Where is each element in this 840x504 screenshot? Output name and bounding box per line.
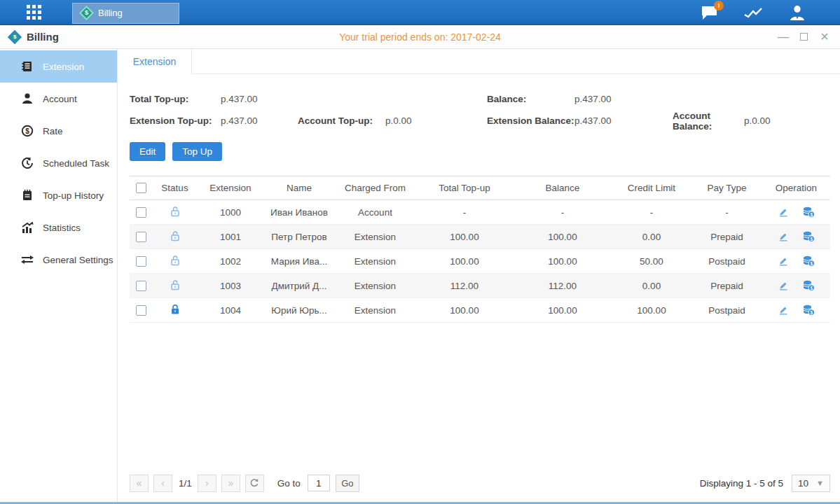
prev-page-button[interactable]: ‹ <box>153 475 172 492</box>
dollar-circle-icon: $ <box>21 125 34 137</box>
last-page-button[interactable]: » <box>221 475 240 492</box>
extension-topup-value: p.437.00 <box>221 115 298 126</box>
cell-pay-type: Prepaid <box>691 225 762 249</box>
analytics-chart-icon[interactable] <box>743 6 763 20</box>
sidebar-item-scheduled-task[interactable]: Scheduled Task <box>0 147 117 179</box>
cell-name: Дмитрий Д... <box>263 274 335 298</box>
sidebar-item-label: Top-up History <box>43 190 104 201</box>
row-checkbox[interactable] <box>136 207 146 218</box>
billing-diamond-icon: $ <box>79 6 94 20</box>
cell-credit-limit: 50.00 <box>612 249 691 274</box>
edit-row-icon[interactable] <box>778 231 789 242</box>
goto-label: Go to <box>277 478 301 489</box>
refresh-icon[interactable] <box>245 475 264 492</box>
edit-row-icon[interactable] <box>778 280 789 291</box>
unlock-icon <box>170 209 181 219</box>
sidebar-item-rate[interactable]: $ Rate <box>0 115 117 147</box>
sidebar-item-label: Scheduled Task <box>43 158 109 169</box>
goto-page-input[interactable] <box>308 475 330 491</box>
notepad-icon <box>21 189 34 202</box>
window-title-bar: $ Billing Your trial period ends on: 201… <box>0 25 840 49</box>
go-button[interactable]: Go <box>336 475 359 492</box>
sidebar-item-topup-history[interactable]: Top-up History <box>0 179 117 211</box>
notification-badge: ! <box>714 1 724 10</box>
svg-text:$: $ <box>811 310 813 316</box>
balance-label: Balance: <box>487 94 574 104</box>
sidebar-item-general-settings[interactable]: General Settings <box>0 244 117 276</box>
cell-name: Петр Петров <box>263 225 335 249</box>
top-up-row-icon[interactable]: $ <box>802 304 815 316</box>
col-name: Name <box>263 176 335 200</box>
edit-button[interactable]: Edit <box>130 142 165 161</box>
edit-row-icon[interactable] <box>778 304 789 316</box>
svg-text:$: $ <box>811 261 813 267</box>
col-status: Status <box>152 176 198 200</box>
extension-topup-label: Extension Top-up: <box>130 115 221 126</box>
top-up-row-icon[interactable]: $ <box>802 280 815 291</box>
page-indicator: 1/1 <box>179 478 192 489</box>
row-checkbox[interactable] <box>136 305 146 316</box>
window-controls: — ✕ <box>778 31 830 43</box>
sidebar-item-statistics[interactable]: Statistics <box>0 211 117 244</box>
col-extension: Extension <box>198 176 263 200</box>
app-window: $ Billing ! <box>0 0 840 504</box>
topbar-tab-billing[interactable]: $ Billing <box>72 3 179 24</box>
cell-charged-from: Extension <box>335 298 415 323</box>
top-up-row-icon[interactable]: $ <box>802 206 815 218</box>
window-title: Billing <box>27 31 59 43</box>
total-topup-value: p.437.00 <box>221 94 258 104</box>
minimize-icon[interactable]: — <box>778 31 789 43</box>
sidebar-item-label: Statistics <box>43 223 81 233</box>
cell-name: Иван Иванов <box>263 200 335 225</box>
cell-charged-from: Extension <box>335 249 415 274</box>
cell-total-topup: 100.00 <box>415 249 514 274</box>
account-topup-label: Account Top-up: <box>298 115 385 126</box>
tab-extension[interactable]: Extension <box>118 49 192 74</box>
cell-extension: 1004 <box>198 298 263 323</box>
cell-balance: 100.00 <box>514 249 612 274</box>
extension-balance-value: p.437.00 <box>574 115 673 126</box>
next-page-button[interactable]: › <box>198 475 216 492</box>
col-pay-type: Pay Type <box>691 176 762 200</box>
cell-charged-from: Account <box>335 200 415 225</box>
sidebar-item-account[interactable]: Account <box>0 83 117 115</box>
sidebar-item-label: General Settings <box>43 255 113 265</box>
row-checkbox[interactable] <box>136 281 146 291</box>
cell-balance: 112.00 <box>514 274 612 298</box>
cell-credit-limit: 0.00 <box>612 274 691 298</box>
messages-icon[interactable]: ! <box>701 5 718 20</box>
page-size-select[interactable]: 10 ▼ <box>792 475 830 492</box>
row-checkbox[interactable] <box>136 256 146 267</box>
cell-pay-type: - <box>691 200 762 225</box>
top-up-button[interactable]: Top Up <box>172 142 222 161</box>
row-checkbox[interactable] <box>136 232 146 242</box>
cell-pay-type: Prepaid <box>691 274 762 298</box>
total-topup-label: Total Top-up: <box>130 94 221 104</box>
top-up-row-icon[interactable]: $ <box>802 255 815 267</box>
top-up-row-icon[interactable]: $ <box>802 231 815 242</box>
first-page-button[interactable]: « <box>130 475 149 492</box>
sidebar-item-extension[interactable]: Extension <box>0 50 117 83</box>
cell-balance: 100.00 <box>514 298 612 323</box>
billing-title-icon: $ <box>8 30 22 44</box>
apps-grid-icon[interactable] <box>27 5 41 20</box>
sliders-icon <box>21 253 34 266</box>
account-user-icon[interactable] <box>788 5 806 20</box>
cell-total-topup: - <box>415 200 514 225</box>
table-row: 1001 Петр Петров Extension 100.00 100.00… <box>130 225 830 249</box>
cell-extension: 1002 <box>198 249 263 274</box>
edit-row-icon[interactable] <box>778 255 789 267</box>
table-row: 1003 Дмитрий Д... Extension 112.00 112.0… <box>130 274 830 298</box>
cell-total-topup: 100.00 <box>415 225 514 249</box>
col-total-topup: Total Top-up <box>415 176 514 200</box>
select-all-checkbox[interactable] <box>136 183 146 193</box>
edit-row-icon[interactable] <box>778 206 789 218</box>
history-clock-icon <box>21 157 34 169</box>
chevron-down-icon: ▼ <box>816 479 824 487</box>
maximize-icon[interactable] <box>800 33 808 41</box>
close-icon[interactable]: ✕ <box>819 31 830 43</box>
top-bar: $ Billing ! <box>0 0 840 25</box>
cell-name: Мария Ива... <box>263 249 335 274</box>
table-footer: « ‹ 1/1 › » Go to Go Displaying 1 - 5 of… <box>118 471 840 502</box>
table-row: 1000 Иван Иванов Account - - - - $ <box>130 200 830 225</box>
